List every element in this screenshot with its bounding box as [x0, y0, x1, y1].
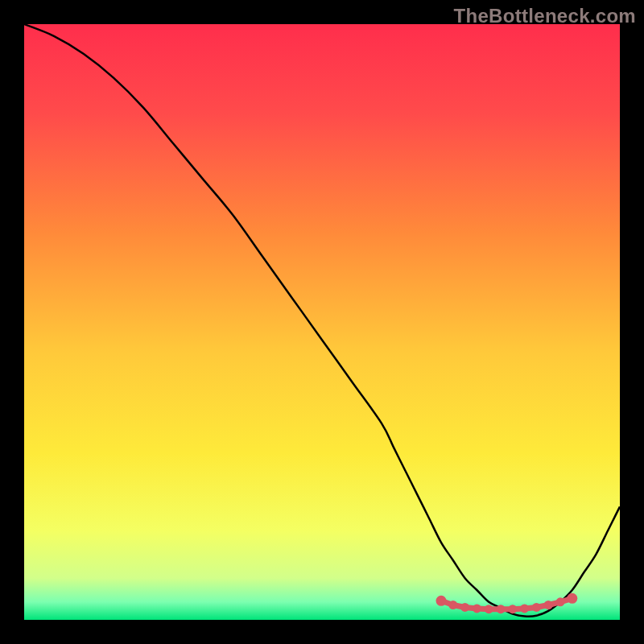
- plot-area: [24, 24, 620, 620]
- optimal-marker: [567, 593, 577, 604]
- chart-svg: [24, 24, 620, 620]
- chart-stage: TheBottleneck.com: [0, 0, 644, 644]
- gradient-background: [24, 24, 620, 620]
- watermark-text: TheBottleneck.com: [454, 5, 636, 27]
